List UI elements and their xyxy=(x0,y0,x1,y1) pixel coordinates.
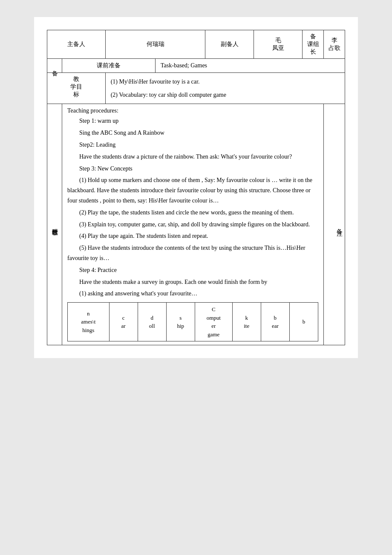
col-bike: b xyxy=(289,303,318,341)
objectives-row: 教 学目 标 (1) My\His\Her favourite toy is a… xyxy=(47,73,345,104)
objective1: (1) My\His\Her favourite toy is a car. xyxy=(111,76,340,87)
step2-label: Step2: Leading xyxy=(67,140,318,150)
leader-name1: 李 xyxy=(331,37,337,43)
note-cell: 备 注 xyxy=(324,104,345,345)
leader-name2: 占歌 xyxy=(329,45,340,51)
procedures-label: 教学过程 xyxy=(47,104,62,345)
kezu-chars: 课组 xyxy=(307,41,319,47)
prep-content: Task-based; Games xyxy=(156,59,345,73)
group-leader-label: 备 课组 长 xyxy=(303,30,324,59)
col-computer-game: Computergame xyxy=(195,303,232,341)
objectives-label-text: 教 学目 标 xyxy=(49,75,104,98)
col-car-text: car xyxy=(121,315,126,330)
col-names: names\things xyxy=(68,303,110,341)
step3-content4: (4) Play the tape again. The students li… xyxy=(67,231,318,241)
step1-content: Sing the ABC Song and A Rainbow xyxy=(67,128,318,138)
prep-bei-label: 备 xyxy=(47,59,62,73)
note-label-text: 备 注 xyxy=(336,224,343,225)
lesson-plan-table: 主备人 何瑞瑞 副备人 毛 凤亚 备 课组 长 李 占歌 xyxy=(47,30,345,345)
zhang-char: 长 xyxy=(310,49,316,55)
sub-preparer-name1: 毛 xyxy=(275,37,281,43)
sub-preparer-name2: 凤亚 xyxy=(272,45,284,51)
col-doll-text: doll xyxy=(149,315,155,330)
keqianchuanbei-text: 课前准备 xyxy=(97,62,121,69)
sub-preparer-text: 副备人 xyxy=(221,41,239,47)
page: 主备人 何瑞瑞 副备人 毛 凤亚 备 课组 长 李 占歌 xyxy=(34,17,358,358)
step3-content2: (2) Play the tape, the students listen a… xyxy=(67,208,318,218)
biao-char: 标 xyxy=(73,91,79,98)
survey-table: names\things car doll ship Computergame xyxy=(67,302,318,341)
step3-content1: (1) Hold up some markers and choose one … xyxy=(67,175,318,205)
prep-content-text: Task-based; Games xyxy=(161,62,207,69)
step1-label: Step 1: warm up xyxy=(67,116,318,126)
col-computer-game-text: Computergame xyxy=(207,306,221,338)
main-preparer-text: 主备人 xyxy=(67,41,85,47)
header-row: 主备人 何瑞瑞 副备人 毛 凤亚 备 课组 长 李 占歌 xyxy=(47,30,345,59)
objective2: (2) Vocabulary: toy car ship doll comput… xyxy=(111,90,340,100)
step3-content3: (3) Explain toy, computer game, car, shi… xyxy=(67,220,318,230)
step2-content: Have the students draw a picture of the … xyxy=(67,152,318,162)
procedures-content: Teaching procedures: Step 1: warm up Sin… xyxy=(62,104,324,345)
sub-preparer-value: 毛 凤亚 xyxy=(254,30,303,59)
main-preparer-label: 主备人 xyxy=(47,30,106,59)
procedures-row: 教学过程 Teaching procedures: Step 1: warm u… xyxy=(47,104,345,345)
col-ship: ship xyxy=(166,303,195,341)
step4-content1: Have the students make a survey in group… xyxy=(67,277,318,287)
col-car: car xyxy=(109,303,138,341)
xuemu-chars: 学目 xyxy=(70,83,82,91)
main-preparer-name: 何瑞瑞 xyxy=(147,41,164,47)
group-leader-name: 李 占歌 xyxy=(324,30,345,59)
col-names-text: names\things xyxy=(81,310,95,333)
step4-label: Step 4: Practice xyxy=(67,265,318,275)
survey-header-row: names\things car doll ship Computergame xyxy=(68,303,318,341)
col-bear: bear xyxy=(261,303,289,341)
jiao-char: 教 xyxy=(73,75,79,83)
step3-label: Step 3: New Concepts xyxy=(67,164,318,174)
objectives-label: 教 学目 标 xyxy=(47,73,106,104)
prep-row: 备 课前准备 Task-based; Games xyxy=(47,59,345,73)
step4-content2: (1) asking and answering what's your fav… xyxy=(67,289,318,299)
main-preparer-value: 何瑞瑞 xyxy=(105,30,205,59)
col-doll: doll xyxy=(138,303,166,341)
col-ship-text: ship xyxy=(177,315,184,330)
col-kite-text: kite xyxy=(244,315,249,330)
bei-char: 备 xyxy=(310,33,316,40)
procedures-title: Teaching procedures: xyxy=(67,107,318,114)
col-bike-text: b xyxy=(303,318,306,325)
sub-preparer-label: 副备人 xyxy=(205,30,254,59)
col-bear-text: bear xyxy=(272,315,279,330)
step3-content5: (5) Have the students introduce the cont… xyxy=(67,243,318,263)
prep-keqian-label: 课前准备 xyxy=(62,59,156,73)
col-kite: kite xyxy=(232,303,261,341)
objectives-content: (1) My\His\Her favourite toy is a car. (… xyxy=(105,73,345,104)
